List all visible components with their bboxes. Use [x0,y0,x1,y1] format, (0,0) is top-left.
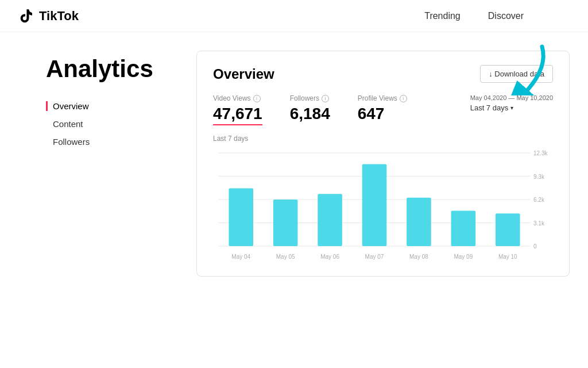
followers-info-icon[interactable]: i [322,95,329,102]
stats-row: Video Views i 47,671 Followers i 6,184 P… [213,94,553,125]
svg-rect-21 [451,210,476,246]
stat-video-views[interactable]: Video Views i 47,671 [213,94,262,125]
stat-video-views-label: Video Views i [213,94,262,102]
chevron-down-icon: ▾ [510,105,513,111]
svg-text:May 09: May 09 [454,254,473,260]
sidebar-item-overview[interactable]: Overview [46,101,150,111]
date-range-picker[interactable]: May 04,2020 — May 10,2020 Last 7 days ▾ [470,94,553,112]
content-area: Overview ↓ Download data Video Views i 4… [178,32,588,368]
logo-text: TikTok [39,9,79,24]
nav-trending[interactable]: Trending [424,11,461,21]
overview-title: Overview [213,66,274,82]
stat-profile-views-value: 647 [358,105,407,123]
svg-text:May 06: May 06 [320,254,339,260]
stat-video-views-value: 47,671 [213,105,262,125]
svg-text:3.1k: 3.1k [533,220,545,227]
bar-chart: 12.3k9.3k6.2k3.1k0May 04May 05May 06May … [213,147,553,262]
nav-discover[interactable]: Discover [488,11,524,21]
svg-rect-23 [496,213,520,246]
svg-text:May 07: May 07 [365,254,384,260]
date-range-select[interactable]: Last 7 days ▾ [470,103,553,112]
svg-rect-19 [407,198,431,246]
stat-followers-label: Followers i [290,94,330,102]
overview-card: Overview ↓ Download data Video Views i 4… [196,51,570,277]
sidebar: Analytics Overview Content Followers [0,32,178,368]
svg-text:May 05: May 05 [276,254,295,260]
main-layout: Analytics Overview Content Followers Ove… [0,32,588,368]
main-nav: Trending Discover [424,11,524,21]
bar-chart-svg: 12.3k9.3k6.2k3.1k0May 04May 05May 06May … [213,147,553,262]
svg-rect-13 [273,200,298,246]
overview-header: Overview ↓ Download data [213,65,553,83]
svg-rect-11 [229,189,253,246]
svg-text:6.2k: 6.2k [533,197,545,203]
svg-rect-17 [362,164,387,246]
sidebar-item-content[interactable]: Content [46,119,150,129]
chart-period-label: Last 7 days [213,135,553,143]
download-data-button[interactable]: ↓ Download data [480,65,553,83]
stat-followers[interactable]: Followers i 6,184 [290,94,330,123]
svg-text:0: 0 [533,243,537,250]
svg-rect-15 [318,194,342,246]
stat-profile-views[interactable]: Profile Views i 647 [358,94,407,123]
tiktok-logo-icon [18,8,34,24]
stat-followers-value: 6,184 [290,105,330,123]
logo: TikTok [18,8,79,24]
svg-text:May 10: May 10 [498,254,517,260]
page-title: Analytics [46,55,150,83]
video-views-info-icon[interactable]: i [253,95,261,102]
stat-profile-views-label: Profile Views i [358,94,407,102]
sidebar-nav: Overview Content Followers [46,101,150,147]
header: TikTok Trending Discover [0,0,588,32]
svg-text:9.3k: 9.3k [533,174,545,180]
profile-views-info-icon[interactable]: i [400,95,407,102]
sidebar-item-followers[interactable]: Followers [46,137,150,147]
svg-text:May 08: May 08 [409,254,428,260]
svg-text:May 04: May 04 [231,254,250,260]
date-range-label: May 04,2020 — May 10,2020 [470,94,553,101]
svg-text:12.3k: 12.3k [533,150,548,156]
